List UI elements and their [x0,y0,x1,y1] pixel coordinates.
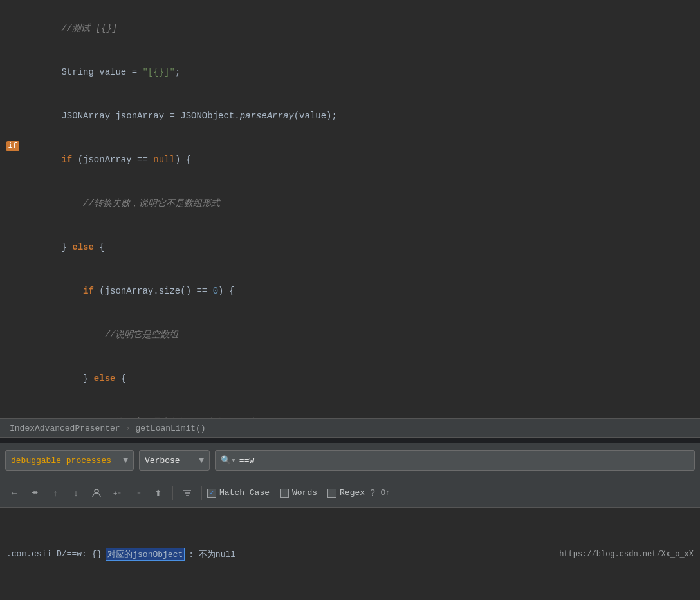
code-text: } [61,242,72,252]
code-line: } else { [0,357,700,400]
back-button[interactable]: ← [5,483,23,503]
code-line: JSONArray jsonArray = JSONObject.parseAr… [0,94,700,138]
code-text: ; [175,67,180,77]
filter-button[interactable] [178,483,196,503]
code-text: { [94,242,105,252]
keyword-null: null [153,155,175,165]
process-dropdown[interactable]: debuggable processes ▼ [5,450,134,471]
export-button[interactable]: ⬆ [149,483,167,503]
code-line: if if (jsonArray == null) { [0,138,700,182]
breadcrumb-separator: › [125,424,131,433]
search-icon: 🔍▾ [221,455,236,465]
panel-separator [0,438,700,443]
log-line: .com.csii D/==w: {} 对应的jsonObject : 不为nu… [6,548,694,561]
match-case-label: Match Case [219,488,270,498]
help-button[interactable]: ? [370,488,375,498]
code-text: ) { [218,286,234,296]
log-prefix: .com.csii D/==w: {} [6,549,102,559]
verbose-label: Verbose [145,456,180,465]
keyword-else: else [94,373,116,384]
breadcrumb-bar: IndexAdvancedPresenter › getLoanLimit() [0,418,700,438]
code-text [61,286,83,296]
user-filter-button[interactable] [88,483,106,503]
action-toolbar: ← ✕ ↑ ↓ +≡ -≡ ⬆ Match Case Words Reg [0,478,700,508]
code-line: //说明它是空数组 [0,313,700,357]
comment-text: //转换失败，说明它不是数组形式 [61,198,219,209]
comment-text: //说明它是空数组 [61,330,178,340]
breadcrumb-method[interactable]: getLoanLimit() [135,424,205,433]
comment-text: //测试 [{}] [61,23,117,33]
code-editor: //测试 [{}] String value = "[{}]"; JSONArr… [0,0,700,418]
code-text: (jsonArray.size() == [94,286,213,296]
code-text: ) { [175,155,191,165]
comment-text: //说明它不是空数组，至少有1个元素 [61,417,255,418]
method-name: parseArray [240,111,294,121]
line-content: //说明它不是空数组，至少有1个元素 [26,401,700,418]
log-highlighted-text: 对应的jsonObject [106,548,185,561]
scroll-down-button[interactable]: ↓ [67,483,85,503]
code-line: //说明它不是空数组，至少有1个元素 [0,400,700,418]
remove-filter-button[interactable]: -≡ [129,483,147,503]
code-line: } else { [0,225,700,269]
words-checkbox-box[interactable] [280,489,289,498]
log-output-area: .com.csii D/==w: {} 对应的jsonObject : 不为nu… [0,508,700,600]
words-label: Words [292,488,317,498]
words-checkbox[interactable]: Words [280,488,317,498]
search-box[interactable]: 🔍▾ ==w [215,450,695,471]
log-link[interactable]: https://blog.csdn.net/Xx_o_xX [559,550,694,559]
dropdown-arrow-icon: ▼ [123,456,128,465]
toolbar-separator [172,486,173,500]
code-text: JSONArray jsonArray = JSONObject. [61,111,239,121]
line-content: //转换失败，说明它不是数组形式 [26,182,700,225]
toolbar-separator-2 [201,486,202,500]
or-label: Or [380,488,391,498]
code-text: (value); [294,111,337,121]
svg-point-0 [95,489,98,493]
code-line: String value = "[{}]"; [0,50,700,94]
code-text: } [61,373,93,384]
line-content: JSONArray jsonArray = JSONObject.parseAr… [26,95,700,137]
line-content: if (jsonArray == null) { [26,138,700,181]
keyword-else: else [72,242,94,252]
match-case-checkbox[interactable]: Match Case [207,488,270,498]
string-literal: "[{}]" [142,67,174,77]
line-content: //测试 [{}] [26,7,700,50]
line-content: if (jsonArray.size() == 0) { [26,270,700,312]
verbose-dropdown[interactable]: Verbose ▼ [139,450,210,471]
code-text: String value = [61,67,142,77]
forward-button[interactable]: ✕ [26,483,44,503]
log-suffix: : 不为null [189,548,235,560]
scroll-up-button[interactable]: ↑ [46,483,64,503]
regex-label: Regex [340,488,365,498]
logcat-toolbar: debuggable processes ▼ Verbose ▼ 🔍▾ ==w [0,443,700,478]
code-text: (jsonArray == [72,155,153,165]
code-text: { [115,373,126,384]
search-value: ==w [239,456,254,465]
regex-checkbox[interactable]: Regex [327,488,365,498]
line-content: String value = "[{}]"; [26,51,700,93]
line-content: } else { [26,226,700,268]
regex-checkbox-box[interactable] [327,489,336,498]
filter-icon [182,488,192,498]
add-filter-button[interactable]: +≡ [108,483,126,503]
code-line: if (jsonArray.size() == 0) { [0,269,700,313]
number-literal: 0 [213,286,218,296]
match-case-checkbox-box[interactable] [207,489,216,498]
user-icon [91,488,102,498]
breadcrumb-class[interactable]: IndexAdvancedPresenter [10,424,120,433]
code-line: //转换失败，说明它不是数组形式 [0,182,700,225]
process-dropdown-label: debuggable processes [11,456,111,465]
line-content: //说明它是空数组 [26,314,700,356]
code-line: //测试 [{}] [0,6,700,50]
line-content: } else { [26,357,700,400]
verbose-arrow-icon: ▼ [199,456,204,465]
line-gutter: if [0,139,26,153]
keyword-if: if [61,155,72,165]
keyword-if: if [83,286,94,296]
